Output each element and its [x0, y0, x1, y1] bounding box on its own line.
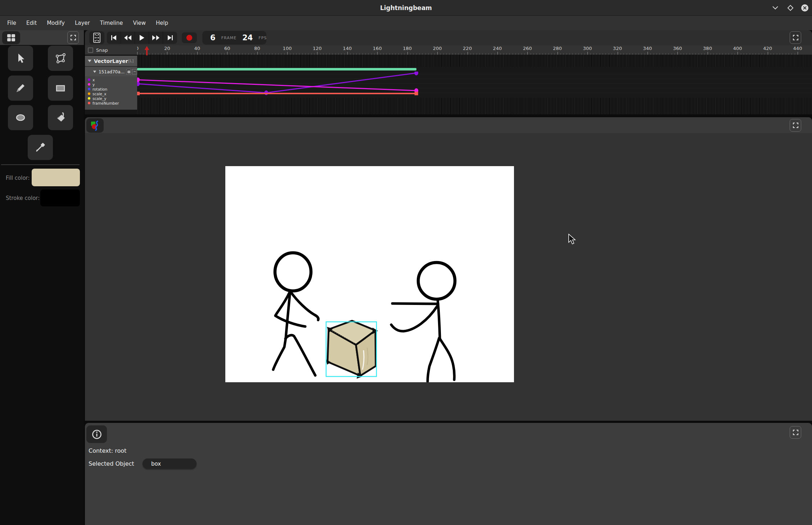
scene-button[interactable] [86, 118, 104, 133]
ruler-tick-major [317, 52, 317, 55]
ellipse-tool-button[interactable] [8, 105, 33, 130]
ruler-label: 20 [164, 46, 170, 51]
keyframe-x[interactable] [414, 72, 418, 76]
curve-editor[interactable] [137, 72, 812, 98]
property-name: y [93, 82, 95, 87]
ruler-label: 440 [793, 46, 802, 51]
property-row-scale_y[interactable]: scale_y [85, 96, 137, 101]
stage-canvas[interactable] [225, 166, 514, 382]
ruler-tick-major [768, 52, 768, 55]
info-button[interactable] [86, 425, 107, 443]
sublayer-tilde-button[interactable]: ~ [132, 69, 137, 74]
ruler-label: 0 [137, 46, 139, 51]
property-row-y[interactable]: y [85, 82, 137, 87]
sublayer-disclosure-triangle[interactable] [93, 71, 96, 73]
ruler-tick-major [708, 52, 708, 55]
keyframe-span-track[interactable] [137, 67, 812, 72]
rewind-button[interactable] [121, 32, 135, 44]
frame-value[interactable]: 6 [210, 33, 216, 42]
menu-item-modify[interactable]: Modify [42, 16, 70, 30]
tool-panel-expand-button[interactable] [67, 31, 79, 44]
expand-icon [793, 35, 798, 40]
menu-bar: FileEditModifyLayerTimelineViewHelp [0, 16, 812, 30]
eyedropper-icon [34, 141, 47, 154]
pencil-tool-button[interactable] [8, 76, 33, 101]
property-name: scale_x [93, 92, 107, 96]
ruler-tick-major [227, 52, 227, 55]
minimize-icon[interactable] [770, 3, 780, 13]
property-row-x[interactable]: x [85, 77, 137, 82]
selected-object-field[interactable]: box [143, 458, 197, 469]
select-tool-button[interactable] [8, 46, 33, 71]
sublayer-row[interactable]: 151ad70a... ~ [85, 67, 137, 76]
menu-item-help[interactable]: Help [151, 16, 173, 30]
record-icon [186, 35, 193, 41]
skip-to-start-button[interactable] [107, 32, 121, 44]
eyedropper-tool-button[interactable] [28, 135, 53, 160]
stroke-color-swatch[interactable] [40, 190, 80, 206]
ruler-tick-major [407, 52, 408, 55]
rectangle-tool-button[interactable] [48, 76, 73, 101]
property-name: rotation [93, 87, 107, 91]
property-row-frameNumber[interactable]: frameNumber [85, 101, 137, 105]
ruler-label: 100 [283, 46, 292, 51]
layer-disclosure-triangle[interactable] [88, 60, 91, 62]
transform-tool-button[interactable] [48, 46, 73, 71]
timeline-panel: 6 FRAME 24 FPS Snap 02040608010012014016… [85, 30, 812, 114]
ruler-label: 120 [313, 46, 322, 51]
property-row-scale_x[interactable]: scale_x [85, 91, 137, 96]
film-button[interactable] [89, 31, 104, 44]
menu-item-file[interactable]: File [2, 16, 21, 30]
panel-grid-button[interactable] [2, 31, 20, 44]
fill-color-swatch[interactable] [32, 169, 80, 186]
fps-label: FPS [258, 36, 267, 40]
fast-forward-button[interactable] [149, 32, 163, 44]
frame-fps-display[interactable]: 6 FRAME 24 FPS [202, 31, 266, 45]
timeline-ruler[interactable]: 0204060801001201401601802002202402602803… [137, 45, 812, 55]
snap-checkbox[interactable] [88, 47, 93, 53]
box-object[interactable] [326, 321, 378, 379]
property-curves[interactable] [137, 72, 812, 98]
record-button[interactable] [182, 32, 197, 43]
menu-item-layer[interactable]: Layer [70, 16, 95, 30]
keyframe-frameNumber[interactable] [137, 92, 140, 95]
close-icon[interactable] [800, 3, 810, 13]
paint-bucket-tool-button[interactable] [48, 105, 73, 130]
fps-value[interactable]: 24 [242, 33, 253, 42]
layer-row-vectorlayer[interactable]: VectorLayer [L] [85, 56, 137, 66]
snap-row: Snap [85, 45, 137, 55]
frame-cells-bottom[interactable] [137, 98, 812, 114]
ruler-tick-major [737, 52, 738, 55]
menu-item-view[interactable]: View [128, 16, 151, 30]
skip-to-end-button[interactable] [163, 32, 177, 44]
keyframe-span-bar[interactable] [137, 68, 416, 70]
ruler-label: 80 [254, 46, 260, 51]
menu-item-timeline[interactable]: Timeline [95, 16, 128, 30]
playhead[interactable] [144, 46, 149, 55]
menu-item-edit[interactable]: Edit [21, 16, 42, 30]
info-icon [92, 429, 102, 439]
maximize-icon[interactable] [785, 3, 795, 13]
property-row-rotation[interactable]: rotation [85, 87, 137, 91]
keyframe-frameNumber[interactable] [415, 92, 418, 95]
curve-y[interactable] [138, 80, 416, 91]
frame-cells-top[interactable] [137, 55, 812, 67]
playhead-arrow-icon [144, 46, 149, 55]
timeline-header: 6 FRAME 24 FPS [85, 30, 812, 45]
canvas-expand-button[interactable] [790, 119, 801, 132]
ellipse-icon [14, 111, 27, 124]
inspector-expand-button[interactable] [790, 426, 801, 439]
timeline-expand-button[interactable] [790, 31, 801, 44]
property-color-dot [88, 88, 90, 90]
window-title: Lightningbeam [0, 0, 812, 16]
keyframe-y[interactable] [137, 78, 140, 82]
ruler-tick-major [167, 52, 167, 55]
ruler-tick-major [587, 52, 588, 55]
ruler-tick-major [618, 52, 618, 55]
play-button[interactable] [135, 32, 149, 44]
property-color-dot [88, 92, 90, 95]
property-color-dot [88, 78, 90, 81]
curve-x[interactable] [138, 73, 416, 93]
sublayer-fill-button[interactable] [126, 69, 131, 74]
keyframe-x[interactable] [137, 82, 140, 86]
